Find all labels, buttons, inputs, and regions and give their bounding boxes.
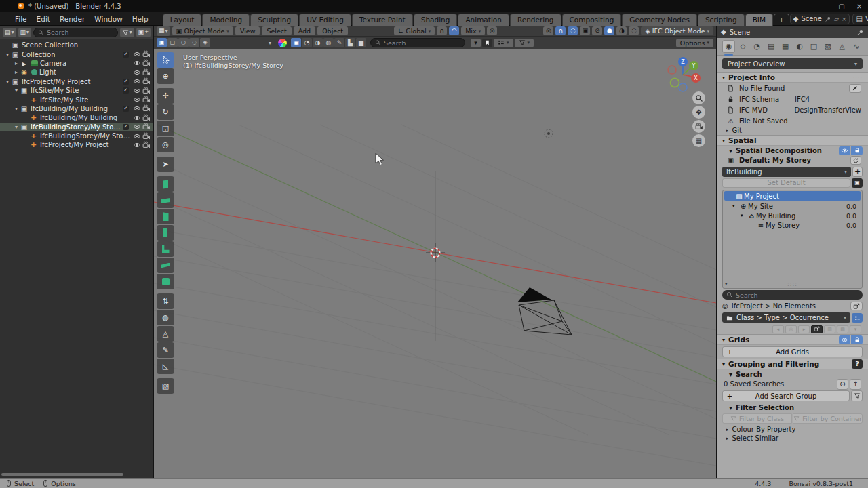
pin-icon[interactable] — [856, 28, 864, 36]
transform-orientation[interactable]: ∟Global▾ — [394, 26, 435, 35]
spatial-search[interactable] — [722, 290, 863, 300]
tool-button[interactable] — [157, 274, 174, 289]
mode-selector[interactable]: ▣Object Mode▾ — [172, 26, 233, 35]
zoom-button[interactable] — [692, 92, 705, 104]
options-button[interactable]: Options▾ — [676, 39, 713, 47]
color-wheel-icon[interactable] — [278, 39, 287, 47]
outliner-row[interactable]: ▾ IfcSite/My Site ✓ — [0, 86, 153, 95]
render-visibility-toggle[interactable] — [142, 87, 151, 95]
shading-wireframe-icon[interactable]: ⊘ — [592, 26, 602, 35]
render-visibility-toggle[interactable] — [142, 114, 151, 122]
spatial-decomposition-header[interactable]: ▾Spatial Decomposition — [717, 146, 868, 155]
pin-icon[interactable] — [825, 16, 831, 22]
section-spatial[interactable]: ▾Spatial···· — [717, 135, 868, 146]
spatial-tree-row[interactable]: My Storey 0.0 — [723, 220, 862, 230]
expand-arrow-icon[interactable]: ▾ — [13, 124, 20, 130]
properties-tab[interactable]: □ — [807, 40, 820, 53]
menubar-item[interactable]: Help — [127, 14, 153, 24]
section-grouping-filtering[interactable]: ▾Grouping and Filtering ? — [717, 359, 868, 369]
shading-material-icon[interactable]: ◑ — [616, 26, 627, 35]
tool-button[interactable] — [157, 209, 174, 224]
ifc-filter-button[interactable]: ◔ — [302, 38, 312, 47]
axis-neg-z[interactable] — [679, 83, 687, 92]
shading-solid-icon[interactable]: ● — [604, 26, 614, 35]
editor-type-button[interactable]: ▦▾ — [157, 26, 170, 36]
workspace-tab[interactable]: Modeling — [202, 14, 250, 26]
help-button[interactable]: ? — [852, 359, 863, 369]
render-visibility-toggle[interactable] — [142, 132, 151, 140]
pan-button[interactable]: ✥ — [692, 106, 705, 119]
filter-by-container-button[interactable]: Filter by Container — [793, 413, 863, 424]
tool-button[interactable] — [157, 52, 174, 68]
panel-selector[interactable]: Project Overview▾ — [722, 58, 863, 69]
tool-button[interactable] — [157, 241, 174, 257]
filter-type-button[interactable]: ▾ — [515, 39, 534, 47]
workspace-tab[interactable]: Compositing — [562, 14, 622, 26]
tool-button[interactable]: ▧ — [157, 378, 174, 394]
workspace-tab[interactable]: UV Editing — [299, 14, 351, 26]
select-mode-button[interactable]: ▢ — [167, 38, 178, 47]
ifc-filter-button[interactable]: ▣ — [291, 38, 301, 47]
hide-eye-toggle[interactable] — [132, 50, 142, 58]
ifc-filter-button[interactable]: ◍ — [323, 38, 334, 47]
proportional-edit-icon[interactable]: ◎ — [487, 26, 497, 35]
chevron-down-icon[interactable]: ▾ — [269, 40, 271, 46]
hide-eye-toggle[interactable] — [132, 132, 142, 140]
spatial-tree-row[interactable]: My Project — [724, 191, 861, 201]
axis-neg-y[interactable] — [671, 79, 679, 87]
bookmark-icon[interactable] — [482, 39, 492, 47]
navigation-gizmo[interactable]: Z Y X — [665, 55, 704, 94]
minimize-button[interactable]: — — [815, 3, 833, 10]
filter-by-class-button[interactable]: Filter by Class — [722, 413, 792, 424]
tool-button[interactable]: ✢ — [157, 88, 174, 104]
shading-rendered-icon[interactable]: ◌ — [629, 26, 639, 35]
filter-selection-subsection[interactable]: ▾Filter Selection — [717, 403, 868, 412]
display-mode-button[interactable]: ▥▾ — [18, 28, 32, 37]
workspace-tab[interactable]: Scripting — [698, 14, 745, 26]
select-mode-button[interactable]: ◈ — [200, 38, 210, 47]
outliner-hscrollbar[interactable] — [1, 473, 123, 476]
snap-toggle-icon[interactable]: ◠ — [449, 26, 459, 35]
git-section[interactable]: ▸Git — [717, 126, 868, 135]
exclude-checkbox[interactable]: ✓ — [123, 106, 129, 112]
spatial-tree-row[interactable]: ▾ My Building 0.0 — [723, 211, 862, 220]
proportional-falloff[interactable]: Mix▾ — [461, 26, 485, 35]
delete-scene-icon[interactable]: × — [842, 16, 847, 22]
filter-button[interactable] — [851, 390, 863, 401]
outliner-search[interactable] — [33, 28, 118, 37]
render-visibility-toggle[interactable] — [142, 123, 151, 131]
render-visibility-toggle[interactable] — [142, 59, 151, 67]
render-visibility-toggle[interactable] — [142, 96, 151, 104]
folder-open-button[interactable] — [811, 325, 823, 333]
grouping-mode-dropdown[interactable]: Class > Type > Occurrence▾ — [722, 312, 850, 323]
expand-arrow-icon[interactable]: ▾ — [13, 106, 20, 112]
properties-tab[interactable]: ◉ — [722, 40, 735, 53]
hide-eye-toggle[interactable] — [132, 59, 142, 67]
outliner-row[interactable]: ▸ Camera ✓ — [0, 59, 153, 68]
properties-tab[interactable]: ◬ — [835, 40, 848, 53]
expand-arrow-icon[interactable]: ▾ — [4, 52, 11, 58]
refresh-button[interactable] — [850, 156, 861, 165]
properties-tab[interactable]: ∿ — [850, 40, 863, 53]
maximize-button[interactable]: ▢ — [833, 3, 850, 10]
visibility-toggle-button[interactable] — [839, 146, 850, 155]
tool-button[interactable]: ◺ — [157, 359, 174, 374]
tool-button[interactable]: ✎ — [157, 342, 174, 358]
render-visibility-toggle[interactable] — [142, 104, 151, 113]
overlays-icon[interactable]: ▣ — [580, 26, 590, 35]
expand-arrow-icon[interactable]: ▾ — [4, 79, 11, 85]
colour-by-property-section[interactable]: ▸Colour By Property — [717, 425, 868, 434]
set-default-button[interactable]: Set Default — [722, 178, 850, 188]
axis-neg-x[interactable] — [668, 66, 676, 74]
tool-button[interactable] — [157, 176, 174, 192]
workspace-tab[interactable]: Rendering — [510, 14, 561, 26]
outliner-row[interactable]: IfcSite/My Site ✓ — [0, 95, 153, 104]
tool-button[interactable]: ⊕ — [157, 68, 174, 84]
expand-arrow-icon[interactable]: ▸ — [13, 60, 20, 66]
perspective-toggle-button[interactable]: ▦ — [692, 134, 705, 147]
properties-tab[interactable]: ▦ — [779, 40, 792, 53]
tree-resize-grip[interactable]: :::: — [787, 281, 797, 287]
outliner-row[interactable]: IfcBuildingStorey/My Storey ✓ — [0, 131, 153, 140]
section-grids[interactable]: ▾Grids — [717, 334, 868, 345]
viewport-menu-item[interactable]: Add — [294, 26, 315, 35]
